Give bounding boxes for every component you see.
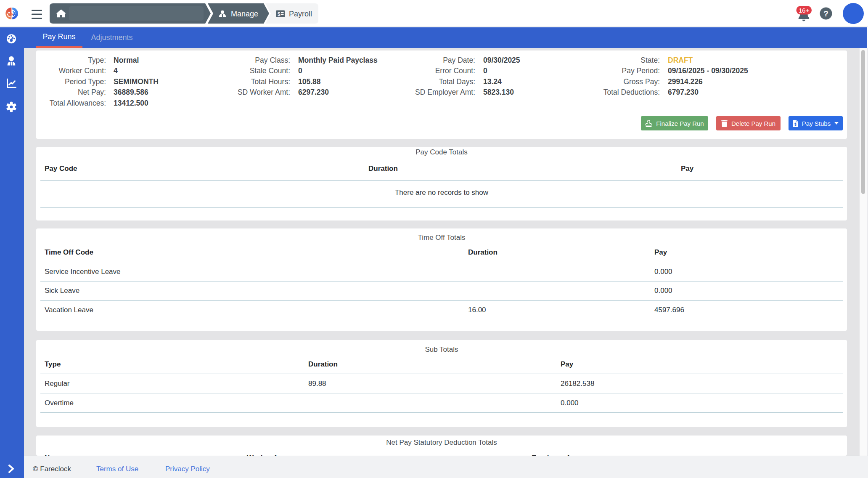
svg-text:16+: 16+ [799, 7, 810, 14]
svg-text:?: ? [823, 9, 828, 18]
svg-text:Manage: Manage [231, 10, 258, 18]
svg-text:Payroll: Payroll [289, 10, 312, 18]
svg-text:$: $ [278, 11, 281, 17]
